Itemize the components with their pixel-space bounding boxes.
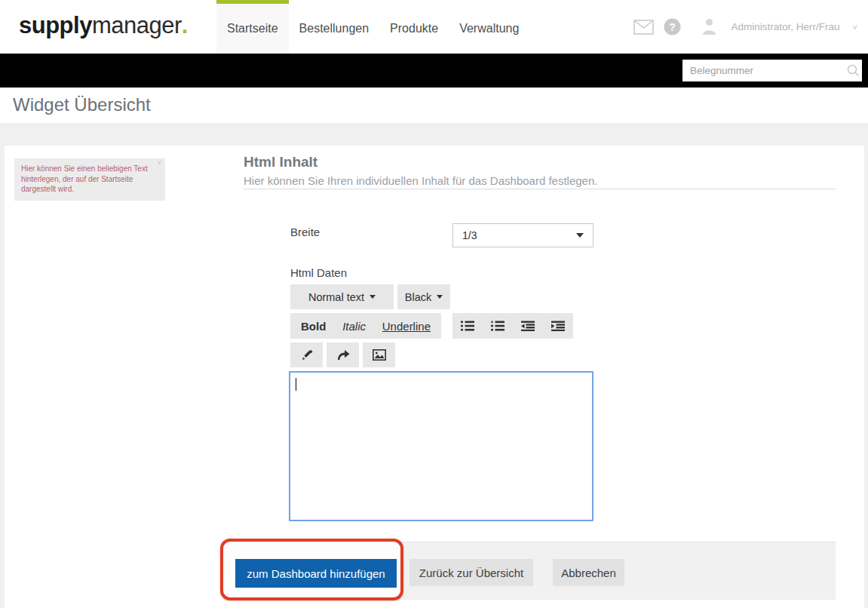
bold-button[interactable]: Bold bbox=[301, 320, 326, 333]
breite-label: Breite bbox=[290, 226, 320, 238]
header-right: ? Administrator, Herr/Frau ˅ bbox=[633, 0, 857, 54]
editor-style-dropdown[interactable]: Normal text bbox=[290, 284, 394, 309]
outdent-icon[interactable] bbox=[514, 313, 541, 339]
italic-button[interactable]: Italic bbox=[342, 320, 366, 333]
page-title: Widget Übersicht bbox=[13, 94, 151, 115]
caret-down-icon bbox=[437, 295, 443, 299]
caret-down-icon bbox=[370, 295, 376, 299]
user-menu[interactable]: Administrator, Herr/Frau bbox=[732, 21, 840, 32]
html-editor-textarea[interactable] bbox=[289, 371, 593, 521]
underline-button[interactable]: Underline bbox=[382, 320, 431, 333]
main-panel: Hier können Sie einen beliebigen Text hi… bbox=[5, 146, 864, 608]
chevron-down-icon[interactable]: ˅ bbox=[853, 23, 857, 32]
resize-handle-icon: ˅ bbox=[158, 159, 161, 167]
breite-select[interactable]: 1/3 bbox=[452, 223, 593, 247]
indent-icon[interactable] bbox=[544, 313, 572, 339]
redo-button[interactable] bbox=[327, 342, 359, 367]
breite-select-value: 1/3 bbox=[462, 229, 477, 241]
redo-arrow-icon bbox=[336, 349, 350, 361]
user-icon bbox=[701, 18, 717, 35]
editor-list-group bbox=[452, 313, 573, 339]
title-band: Widget Übersicht bbox=[0, 88, 868, 123]
nav-tab-label: Bestellungen bbox=[299, 22, 370, 35]
editor-format-group: Bold Italic Underline bbox=[290, 313, 441, 339]
editor-color-value: Black bbox=[405, 291, 431, 303]
pencil-edit-button[interactable] bbox=[290, 342, 323, 367]
insert-image-button[interactable] bbox=[363, 342, 395, 367]
editor-color-dropdown[interactable]: Black bbox=[397, 284, 450, 309]
submit-button[interactable]: zum Dashboard hinzufügen bbox=[235, 559, 397, 588]
search-icon[interactable] bbox=[844, 64, 862, 77]
help-icon[interactable]: ? bbox=[664, 18, 681, 35]
unordered-list-icon[interactable] bbox=[454, 313, 481, 339]
html-daten-label: Html Daten bbox=[290, 266, 347, 279]
toolbar-band bbox=[0, 54, 868, 88]
mail-icon[interactable] bbox=[633, 20, 654, 35]
nav-tab-label: Produkte bbox=[390, 22, 438, 35]
widget-preview-card[interactable]: Hier können Sie einen beliebigen Text hi… bbox=[14, 158, 165, 201]
app-window: supplymanager. Startseite Bestellungen P… bbox=[0, 0, 868, 608]
logo[interactable]: supplymanager. bbox=[19, 12, 188, 39]
divider bbox=[244, 189, 836, 189]
nav-tab-label: Startseite bbox=[227, 22, 278, 35]
nav-tab-verwaltung[interactable]: Verwaltung bbox=[449, 0, 529, 54]
nav-tab-startseite[interactable]: Startseite bbox=[216, 0, 289, 54]
widget-preview-text: Hier können Sie einen beliebigen Text hi… bbox=[21, 164, 153, 195]
caret-down-icon bbox=[576, 233, 584, 238]
form-title: Html Inhalt bbox=[244, 154, 317, 170]
pencil-icon bbox=[301, 349, 313, 361]
search-box bbox=[682, 60, 862, 81]
ordered-list-icon[interactable] bbox=[484, 313, 511, 339]
text-cursor bbox=[296, 378, 296, 391]
editor-style-value: Normal text bbox=[308, 291, 364, 303]
cancel-button[interactable]: Abbrechen bbox=[553, 559, 624, 586]
main-nav: Startseite Bestellungen Produkte Verwalt… bbox=[216, 0, 529, 54]
search-input[interactable] bbox=[682, 60, 844, 81]
nav-tab-bestellungen[interactable]: Bestellungen bbox=[289, 0, 380, 54]
image-icon bbox=[373, 349, 386, 361]
logo-bold: supply bbox=[19, 12, 92, 38]
nav-tab-label: Verwaltung bbox=[459, 22, 519, 35]
svg-text:?: ? bbox=[669, 21, 676, 33]
header: supplymanager. Startseite Bestellungen P… bbox=[0, 0, 868, 54]
form-subtitle: Hier können Sie Ihren individuellen Inha… bbox=[244, 174, 597, 187]
logo-dot: . bbox=[182, 12, 188, 38]
nav-tab-produkte[interactable]: Produkte bbox=[379, 0, 449, 54]
back-to-overview-button[interactable]: Zurück zur Übersicht bbox=[409, 559, 533, 586]
logo-light: manager bbox=[92, 12, 182, 38]
